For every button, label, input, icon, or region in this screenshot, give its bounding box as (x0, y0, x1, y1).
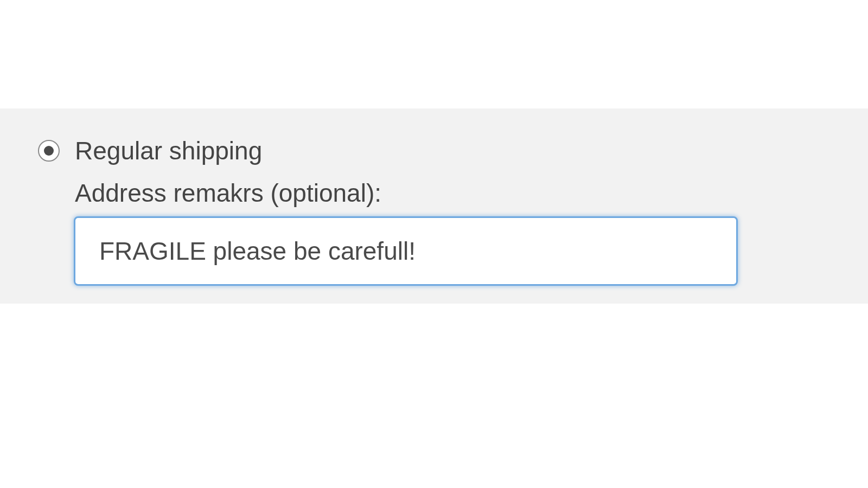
shipping-form-panel: Regular shipping Address remakrs (option… (0, 108, 868, 304)
regular-shipping-option[interactable]: Regular shipping (38, 138, 830, 163)
address-remarks-input[interactable] (74, 216, 738, 286)
regular-shipping-label: Regular shipping (75, 138, 262, 163)
address-remarks-label: Address remakrs (optional): (75, 178, 830, 208)
radio-selected-dot (44, 146, 54, 156)
address-remarks-field-wrap (74, 216, 830, 286)
top-spacer (0, 0, 868, 108)
bottom-spacer (0, 304, 868, 488)
radio-icon[interactable] (38, 140, 60, 162)
